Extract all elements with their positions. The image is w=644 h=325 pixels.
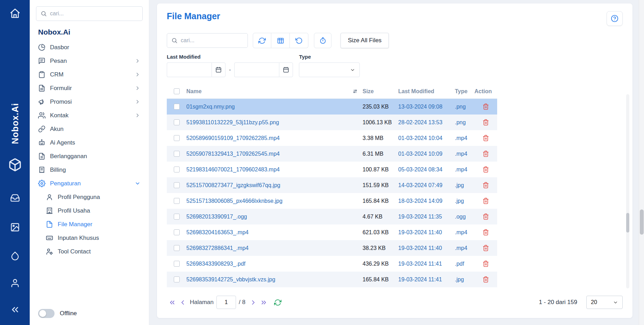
prev-page-button[interactable]: [177, 297, 188, 308]
row-checkbox[interactable]: [174, 229, 180, 235]
column-header-name[interactable]: Name: [186, 88, 202, 95]
table-row[interactable]: 519938110132229_53j11bzy.p55.png 1006.13…: [167, 115, 497, 130]
file-name-link[interactable]: 525157138006085_px4666lxknbse.jpg: [186, 198, 363, 204]
select-all-checkbox[interactable]: [174, 88, 180, 94]
table-scrollbar[interactable]: [626, 94, 629, 288]
trash-icon[interactable]: [482, 198, 489, 204]
sidebar-item-akun[interactable]: Akun: [36, 122, 143, 136]
table-row[interactable]: 520589690159109_1709262285.mp4 3.38 MB 0…: [167, 130, 497, 146]
trash-icon[interactable]: [482, 276, 489, 283]
refresh-icon[interactable]: [274, 299, 281, 306]
sidebar-item-inputan-khusus[interactable]: Inputan Khusus: [36, 231, 143, 245]
sidebar-item-promosi[interactable]: Promosi: [36, 95, 143, 109]
sidebar-item-pesan[interactable]: Pesan: [36, 54, 143, 68]
size-all-files-button[interactable]: Size All Files: [341, 33, 389, 48]
row-checkbox[interactable]: [174, 214, 180, 220]
sidebar-item-profil-usaha[interactable]: Profil Usaha: [36, 204, 143, 217]
table-row[interactable]: 526983539142725_vbbvjstk.vzs.jpg 165.84 …: [167, 272, 497, 287]
history-button[interactable]: [314, 33, 331, 48]
sidebar-item-file-manager[interactable]: File Manager: [36, 217, 143, 231]
file-name-link[interactable]: 526983204163653_.mp4: [186, 229, 363, 236]
sort-icon[interactable]: [352, 88, 358, 94]
table-row[interactable]: 526983433908293_.pdf 436.29 KB 19-03-202…: [167, 256, 497, 272]
row-checkbox[interactable]: [174, 198, 180, 204]
date-from-input[interactable]: [167, 62, 212, 77]
file-name-link[interactable]: 520589690159109_1709262285.mp4: [186, 135, 363, 141]
table-view-button[interactable]: [271, 33, 290, 48]
refresh-button[interactable]: [253, 33, 271, 48]
row-checkbox[interactable]: [174, 261, 180, 267]
page-number-input[interactable]: [216, 296, 236, 309]
file-name-link[interactable]: 01sgm2xq.nmy.png: [186, 104, 363, 110]
row-checkbox[interactable]: [174, 135, 180, 141]
collapse-sidebar-button[interactable]: [10, 304, 20, 316]
row-checkbox[interactable]: [174, 276, 180, 282]
table-row[interactable]: 01sgm2xq.nmy.png 235.03 KB 13-03-2024 09…: [167, 99, 497, 115]
column-header-size[interactable]: Size: [363, 88, 398, 95]
sidebar-item-profil-pengguna[interactable]: Profil Pengguna: [36, 190, 143, 204]
sidebar-item-formulir[interactable]: Formulir: [36, 81, 143, 95]
sidebar-search-input[interactable]: [50, 10, 138, 17]
table-search-input[interactable]: [181, 37, 243, 44]
home-button[interactable]: [9, 8, 21, 20]
trash-icon[interactable]: [482, 182, 489, 189]
file-name-link[interactable]: 519938110132229_53j11bzy.p55.png: [186, 119, 363, 126]
file-name-link[interactable]: 521983146070021_1709602483.mp4: [186, 167, 363, 173]
sidebar-item-dasbor[interactable]: Dasbor: [36, 40, 143, 54]
file-name-link[interactable]: 526983433908293_.pdf: [186, 261, 363, 267]
file-name-link[interactable]: 525157008273477_igzgkswif67qq.jpg: [186, 182, 363, 189]
sidebar-item-pengaturan[interactable]: Pengaturan: [36, 177, 143, 190]
last-page-button[interactable]: [259, 297, 269, 308]
sidebar-item-crm[interactable]: CRM: [36, 68, 143, 81]
next-page-button[interactable]: [248, 297, 259, 308]
table-row[interactable]: 526982013390917_.ogg 4.67 KB 19-03-2024 …: [167, 209, 497, 224]
inbox-button[interactable]: [10, 193, 20, 204]
row-checkbox[interactable]: [174, 119, 180, 125]
theme-button[interactable]: [10, 251, 20, 262]
table-row[interactable]: 526983272886341_.mp4 38.23 KB 19-03-2024…: [167, 240, 497, 256]
table-row[interactable]: 520590781329413_1709262545.mp4 6.31 MB 0…: [167, 146, 497, 162]
trash-icon[interactable]: [482, 150, 489, 157]
window-scrollbar[interactable]: [639, 0, 644, 325]
table-row[interactable]: 525157138006085_px4666lxknbse.jpg 165.84…: [167, 193, 497, 209]
file-name-link[interactable]: 526982013390917_.ogg: [186, 214, 363, 220]
column-header-modified[interactable]: Last Modified: [398, 88, 455, 95]
row-checkbox[interactable]: [174, 151, 180, 157]
profile-button[interactable]: [10, 278, 20, 289]
row-checkbox[interactable]: [174, 104, 180, 110]
sidebar-item-tool-contact[interactable]: Tool Contact: [36, 245, 143, 258]
trash-icon[interactable]: [482, 229, 489, 236]
sidebar-item-kontak[interactable]: Kontak: [36, 109, 143, 122]
date-to-input[interactable]: [234, 62, 279, 77]
file-name-link[interactable]: 526983539142725_vbbvjstk.vzs.jpg: [186, 276, 363, 283]
sidebar-item-ai-agents[interactable]: Ai Agents: [36, 136, 143, 149]
trash-icon[interactable]: [482, 135, 489, 141]
trash-icon[interactable]: [482, 260, 489, 267]
row-checkbox[interactable]: [174, 182, 180, 188]
scrollbar-thumb[interactable]: [640, 209, 644, 235]
trash-icon[interactable]: [482, 103, 489, 110]
trash-icon[interactable]: [482, 119, 489, 126]
calendar-icon[interactable]: [279, 62, 293, 77]
table-row[interactable]: 525157008273477_igzgkswif67qq.jpg 151.59…: [167, 177, 497, 193]
trash-icon[interactable]: [482, 166, 489, 173]
table-row[interactable]: 521983146070021_1709602483.mp4 100.87 KB…: [167, 162, 497, 177]
reset-button[interactable]: [290, 33, 308, 48]
trash-icon[interactable]: [482, 245, 489, 251]
scrollbar-thumb[interactable]: [626, 213, 629, 232]
trash-icon[interactable]: [482, 213, 489, 220]
file-name-link[interactable]: 526983272886341_.mp4: [186, 245, 363, 251]
table-row[interactable]: 526983204163653_.mp4 621.03 KB 19-03-202…: [167, 224, 497, 240]
column-header-type[interactable]: Type: [455, 88, 474, 95]
calendar-icon[interactable]: [212, 62, 226, 77]
sidebar-item-billing[interactable]: Billing: [36, 163, 143, 177]
row-checkbox[interactable]: [174, 245, 180, 251]
row-checkbox[interactable]: [174, 167, 180, 172]
offline-toggle[interactable]: [38, 309, 55, 318]
sidebar-item-berlangganan[interactable]: Berlangganan: [36, 149, 143, 163]
page-size-select[interactable]: 20: [586, 296, 623, 309]
media-button[interactable]: [10, 222, 20, 234]
type-select[interactable]: [299, 62, 360, 77]
file-name-link[interactable]: 520590781329413_1709262545.mp4: [186, 151, 363, 157]
help-button[interactable]: [607, 11, 623, 26]
